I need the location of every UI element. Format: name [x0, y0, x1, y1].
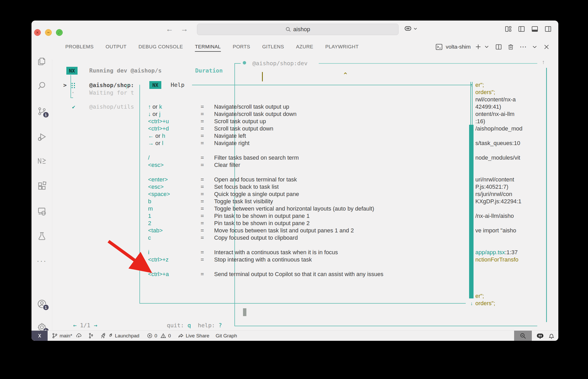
sidebar-item-run-debug[interactable] [36, 131, 48, 142]
help-shortcut-row: <enter>=Open and focus terminal for task [148, 176, 384, 183]
terminal-block-cursor [243, 308, 246, 316]
done-task-name[interactable]: @aishop/utils [89, 103, 134, 111]
panel-tab[interactable]: DEBUG CONSOLE [138, 41, 183, 52]
kill-terminal-button[interactable] [508, 44, 514, 50]
panel-tab[interactable]: PLAYWRIGHT [325, 41, 359, 52]
new-terminal-button[interactable] [475, 44, 481, 50]
terminal-instance-name[interactable]: volta-shim [446, 44, 471, 50]
go-forward-button[interactable]: → [181, 25, 188, 33]
problems-status[interactable]: 0 0 [147, 333, 171, 339]
desktop-background: ← → aishop [0, 0, 588, 379]
git-graph-button[interactable]: Git Graph [216, 333, 237, 339]
chevron-down-icon [414, 28, 417, 30]
output-text-row [470, 169, 522, 176]
terminal-profile-dropdown[interactable] [485, 45, 489, 48]
pager-left-arrow[interactable]: ← [73, 322, 80, 329]
quit-help-hint: quit: q help: ? [167, 322, 222, 329]
output-text-row [470, 263, 522, 271]
split-terminal-button[interactable] [495, 44, 502, 50]
fullscreen-icon [58, 31, 61, 34]
panel-tab[interactable]: OUTPUT [106, 41, 127, 52]
live-share-label: Live Share [186, 333, 209, 339]
zoom-window-button[interactable] [56, 29, 63, 36]
split-editor-icon [495, 44, 502, 50]
close-panel-button[interactable] [544, 44, 549, 49]
output-scrollbar-thumb[interactable] [469, 125, 474, 298]
trash-icon [508, 44, 514, 50]
customize-layout-icon[interactable] [504, 25, 512, 33]
search-icon [285, 27, 291, 32]
output-text-row: orders"; [470, 89, 522, 96]
output-text-row: ontent/nx-ai-llm [470, 110, 522, 118]
hide-panel-chevron[interactable] [533, 45, 537, 48]
panel-tab[interactable]: PORTS [233, 41, 250, 52]
notifications-bell-icon[interactable] [548, 332, 555, 339]
help-shortcut-row: <ctrl>+a=Send terminal output to Copilot… [148, 271, 384, 278]
task-done-check: ✔ [72, 103, 75, 110]
git-branch-status[interactable]: main* [52, 333, 82, 339]
output-pane-bottom-border [234, 326, 537, 326]
panel-tab[interactable]: PROBLEMS [65, 41, 94, 52]
remote-icon [36, 333, 43, 339]
close-icon [544, 44, 549, 49]
panel-tab[interactable]: TERMINAL [195, 41, 221, 52]
remote-indicator-button[interactable] [31, 331, 48, 341]
output-pane-top-border-b [319, 63, 537, 64]
statusbar-right [514, 331, 558, 341]
account-button[interactable]: 1 [36, 298, 48, 310]
launchpad-button[interactable]: Launchpad [100, 332, 139, 339]
copilot-icon [404, 25, 412, 32]
help-corner-tick-v [126, 85, 127, 89]
more-icon: ··· [37, 256, 47, 265]
pager-right-arrow[interactable]: → [94, 322, 97, 329]
more-actions-button[interactable]: ⋯ [520, 43, 527, 51]
go-back-button[interactable]: ← [166, 25, 173, 33]
output-text-row: uri/nrwl/content [470, 176, 522, 183]
panel-tab[interactable]: GITLENS [262, 41, 284, 52]
output-scrollbar-track[interactable] [470, 82, 472, 125]
commit-graph-icon [88, 333, 94, 339]
close-window-button[interactable] [34, 29, 41, 36]
help-shortcut-row: 2=Pin task to be shown in output pane 2 [148, 220, 384, 227]
help-shortcut-row: <ctrl>+u=Scroll task output up [148, 118, 384, 125]
chevron-down-icon [533, 45, 537, 48]
output-text-row: rs/juri/nrwl/con [470, 191, 522, 198]
help-title: Help [171, 81, 184, 89]
copilot-menu-button[interactable] [404, 25, 417, 32]
sidebar-item-testing[interactable] [36, 230, 48, 242]
help-shortcut-row: <esc>=Clear filter [148, 161, 384, 169]
nx-console-icon [37, 156, 47, 165]
toggle-secondary-sidebar-icon[interactable] [544, 25, 552, 33]
help-shortcut-row: <space>=Quick toggle a single output pan… [148, 191, 384, 198]
output-text-row [470, 132, 522, 140]
branch-icon [52, 333, 58, 339]
screencast-zoom-button[interactable] [514, 331, 532, 341]
output-text-row: s/task_queues:10 [470, 140, 522, 147]
help-shortcut-row: <ctrl>+z=Stop interacting with a continu… [148, 256, 384, 263]
copilot-status-icon[interactable] [536, 332, 544, 339]
sidebar-item-explorer[interactable] [36, 56, 48, 67]
output-text-row: 42499:41) [470, 103, 522, 110]
terminal-scrollbar[interactable] [546, 68, 547, 322]
share-icon [178, 333, 184, 339]
cloud-upload-icon [76, 333, 82, 339]
warning-icon [160, 333, 166, 339]
scroll-up-arrow[interactable]: ↑ [542, 59, 545, 65]
sidebar-item-remote-explorer[interactable] [36, 206, 48, 217]
toggle-panel-icon[interactable] [531, 25, 539, 33]
toggle-primary-sidebar-icon[interactable] [518, 25, 525, 33]
sidebar-item-more[interactable]: ··· [36, 255, 48, 266]
minimize-window-button[interactable] [45, 29, 52, 36]
help-shortcut-row [148, 241, 384, 249]
running-task-name[interactable]: @aishop/shop: [89, 81, 134, 89]
sidebar-item-source-control[interactable]: 1 [36, 106, 48, 117]
panel-tab[interactable]: AZURE [296, 41, 313, 52]
live-share-button[interactable]: Live Share [178, 333, 209, 339]
commit-graph-button[interactable] [88, 333, 94, 339]
launchpad-label: Launchpad [115, 333, 139, 339]
sidebar-item-nx-console[interactable] [36, 155, 48, 167]
sidebar-item-search[interactable] [36, 80, 48, 92]
task-pager: ← 1/1 1/1→ [73, 322, 97, 329]
command-center-search[interactable]: aishop [197, 24, 399, 35]
sidebar-item-extensions[interactable] [36, 180, 48, 192]
